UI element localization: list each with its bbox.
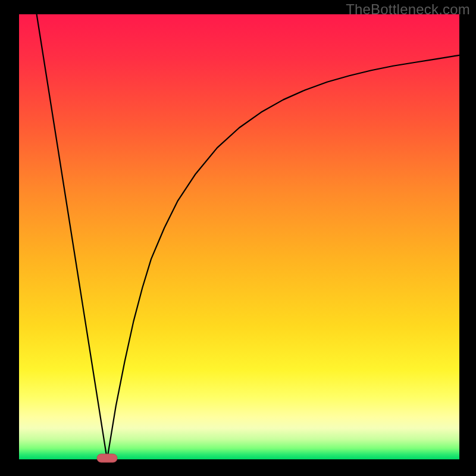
minimum-marker [97, 454, 117, 462]
chart-frame: TheBottleneck.com [0, 0, 476, 476]
watermark-text: TheBottleneck.com [346, 1, 470, 18]
bottleneck-plot [0, 0, 476, 476]
plot-background [19, 14, 459, 459]
